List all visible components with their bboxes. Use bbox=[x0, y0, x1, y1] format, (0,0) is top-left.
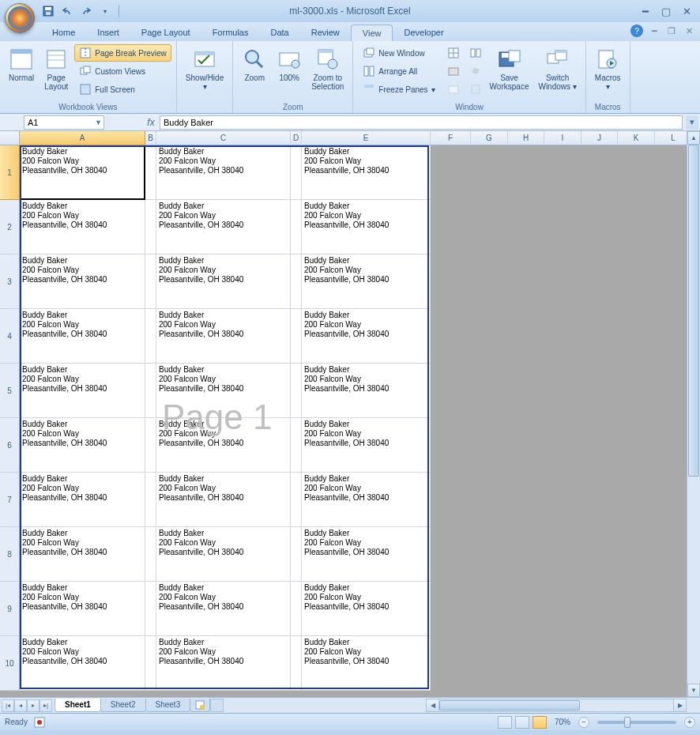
cell[interactable]: Buddy Baker 200 Falcon Way Pleasantville… bbox=[20, 636, 145, 691]
column-header-D[interactable]: D bbox=[291, 131, 302, 145]
row-header-8[interactable]: 8 bbox=[0, 527, 20, 582]
row-header-9[interactable]: 9 bbox=[0, 582, 20, 636]
cell[interactable]: Buddy Baker 200 Falcon Way Pleasantville… bbox=[156, 200, 291, 254]
row-header-6[interactable]: 6 bbox=[0, 418, 20, 473]
vertical-scrollbar[interactable]: ▲ ▼ bbox=[687, 131, 700, 697]
help-icon[interactable]: ? bbox=[630, 24, 643, 37]
page-break-preview-button[interactable]: Page Break Preview bbox=[74, 44, 171, 62]
cell[interactable] bbox=[145, 418, 156, 473]
cell[interactable]: Buddy Baker 200 Falcon Way Pleasantville… bbox=[20, 527, 145, 582]
mdi-minimize-button[interactable]: ━ bbox=[648, 25, 660, 36]
freeze-panes-button[interactable]: Freeze Panes ▾ bbox=[358, 81, 439, 98]
maximize-button[interactable]: ▢ bbox=[657, 4, 675, 18]
cell[interactable] bbox=[291, 582, 302, 636]
zoom-100-button[interactable]: 100% bbox=[273, 44, 306, 85]
cell[interactable] bbox=[291, 145, 302, 200]
cell[interactable]: Buddy Baker 200 Falcon Way Pleasantville… bbox=[20, 418, 145, 473]
page-layout-status-button[interactable] bbox=[515, 716, 529, 729]
scroll-up-button[interactable]: ▲ bbox=[687, 131, 700, 145]
cell[interactable] bbox=[291, 200, 302, 254]
cell[interactable]: Buddy Baker 200 Falcon Way Pleasantville… bbox=[20, 145, 145, 200]
custom-views-button[interactable]: Custom Views bbox=[74, 62, 171, 80]
normal-view-button[interactable]: Normal bbox=[5, 44, 38, 85]
sheet-tab-sheet3[interactable]: Sheet3 bbox=[145, 699, 191, 712]
fx-button[interactable]: fx bbox=[142, 115, 160, 130]
cell[interactable] bbox=[291, 309, 302, 364]
cell[interactable] bbox=[291, 254, 302, 309]
cell[interactable] bbox=[291, 418, 302, 473]
close-button[interactable]: ✕ bbox=[678, 4, 695, 18]
cell[interactable]: Buddy Baker 200 Falcon Way Pleasantville… bbox=[20, 309, 145, 364]
arrange-all-button[interactable]: Arrange All bbox=[358, 62, 439, 80]
column-header-K[interactable]: K bbox=[618, 131, 655, 145]
cell[interactable] bbox=[291, 364, 302, 418]
cell[interactable]: Buddy Baker 200 Falcon Way Pleasantville… bbox=[156, 145, 291, 200]
split-button[interactable] bbox=[445, 44, 462, 62]
tab-review[interactable]: Review bbox=[300, 24, 351, 41]
grip-icon[interactable] bbox=[106, 115, 111, 130]
zoom-level[interactable]: 70% bbox=[555, 718, 570, 726]
name-box[interactable]: A1 ▼ bbox=[24, 115, 104, 130]
namebox-dropdown-icon[interactable]: ▼ bbox=[95, 119, 102, 126]
sheet-tab-sheet2[interactable]: Sheet2 bbox=[100, 699, 146, 712]
cell[interactable]: Buddy Baker 200 Falcon Way Pleasantville… bbox=[302, 418, 431, 473]
cell[interactable] bbox=[145, 527, 156, 582]
insert-sheet-button[interactable] bbox=[190, 699, 210, 712]
row-header-2[interactable]: 2 bbox=[0, 200, 20, 254]
row-header-5[interactable]: 5 bbox=[0, 364, 20, 418]
cell[interactable] bbox=[145, 473, 156, 527]
column-header-C[interactable]: C bbox=[156, 131, 291, 145]
minimize-button[interactable]: ━ bbox=[637, 4, 654, 18]
tab-prev-button[interactable]: ◂ bbox=[14, 699, 27, 712]
cell[interactable] bbox=[145, 309, 156, 364]
row-header-7[interactable]: 7 bbox=[0, 473, 20, 527]
tab-last-button[interactable]: ▸| bbox=[40, 699, 52, 712]
tab-formulas[interactable]: Formulas bbox=[201, 24, 260, 41]
cell[interactable]: Buddy Baker 200 Falcon Way Pleasantville… bbox=[20, 254, 145, 309]
sync-scroll-button[interactable] bbox=[467, 62, 484, 80]
cell[interactable] bbox=[291, 473, 302, 527]
zoom-selection-button[interactable]: Zoom to Selection bbox=[307, 44, 348, 93]
cell[interactable]: Buddy Baker 200 Falcon Way Pleasantville… bbox=[302, 145, 431, 200]
column-header-G[interactable]: G bbox=[471, 131, 508, 145]
row-header-1[interactable]: 1 bbox=[0, 145, 20, 200]
cell[interactable]: Buddy Baker 200 Falcon Way Pleasantville… bbox=[156, 636, 291, 691]
tab-developer[interactable]: Developer bbox=[393, 24, 454, 41]
view-side-button[interactable] bbox=[467, 44, 484, 62]
horizontal-scrollbar[interactable]: ◀ ▶ bbox=[426, 699, 687, 712]
sheet-tab-sheet1[interactable]: Sheet1 bbox=[55, 699, 101, 712]
column-header-A[interactable]: A bbox=[20, 131, 145, 145]
row-header-3[interactable]: 3 bbox=[0, 254, 20, 309]
tab-insert[interactable]: Insert bbox=[86, 24, 130, 41]
page-layout-button[interactable]: Page Layout bbox=[40, 44, 73, 93]
cell[interactable]: Buddy Baker 200 Falcon Way Pleasantville… bbox=[20, 582, 145, 636]
row-header-10[interactable]: 10 bbox=[0, 636, 20, 691]
page-break-status-button[interactable] bbox=[533, 716, 547, 729]
tab-next-button[interactable]: ▸ bbox=[27, 699, 40, 712]
cell[interactable]: Buddy Baker 200 Falcon Way Pleasantville… bbox=[302, 527, 431, 582]
vscroll-thumb[interactable] bbox=[688, 145, 699, 477]
scroll-left-button[interactable]: ◀ bbox=[426, 699, 439, 712]
grid[interactable]: Buddy Baker 200 Falcon Way Pleasantville… bbox=[20, 145, 700, 697]
new-window-button[interactable]: New Window bbox=[358, 44, 439, 62]
save-workspace-button[interactable]: Save Workspace bbox=[486, 44, 533, 93]
tab-page-layout[interactable]: Page Layout bbox=[130, 24, 201, 41]
tab-home[interactable]: Home bbox=[41, 24, 86, 41]
cell[interactable]: Buddy Baker 200 Falcon Way Pleasantville… bbox=[156, 527, 291, 582]
mdi-close-button[interactable]: ✕ bbox=[683, 25, 695, 36]
mdi-restore-button[interactable]: ❐ bbox=[665, 25, 678, 36]
cell[interactable]: Buddy Baker 200 Falcon Way Pleasantville… bbox=[302, 309, 431, 364]
formula-input[interactable]: Buddy Baker bbox=[160, 115, 683, 130]
row-header-4[interactable]: 4 bbox=[0, 309, 20, 364]
column-header-H[interactable]: H bbox=[508, 131, 544, 145]
cell[interactable]: Buddy Baker 200 Falcon Way Pleasantville… bbox=[302, 200, 431, 254]
hide-button[interactable] bbox=[445, 62, 462, 80]
cell[interactable]: Buddy Baker 200 Falcon Way Pleasantville… bbox=[302, 364, 431, 418]
redo-icon[interactable] bbox=[79, 4, 93, 18]
cell[interactable] bbox=[145, 145, 156, 200]
show-hide-button[interactable]: Show/Hide▾ bbox=[182, 44, 228, 93]
scroll-down-button[interactable]: ▼ bbox=[687, 684, 700, 697]
tab-view[interactable]: View bbox=[351, 24, 393, 41]
zoom-in-button[interactable]: + bbox=[684, 717, 695, 728]
cell[interactable]: Buddy Baker 200 Falcon Way Pleasantville… bbox=[302, 636, 431, 691]
